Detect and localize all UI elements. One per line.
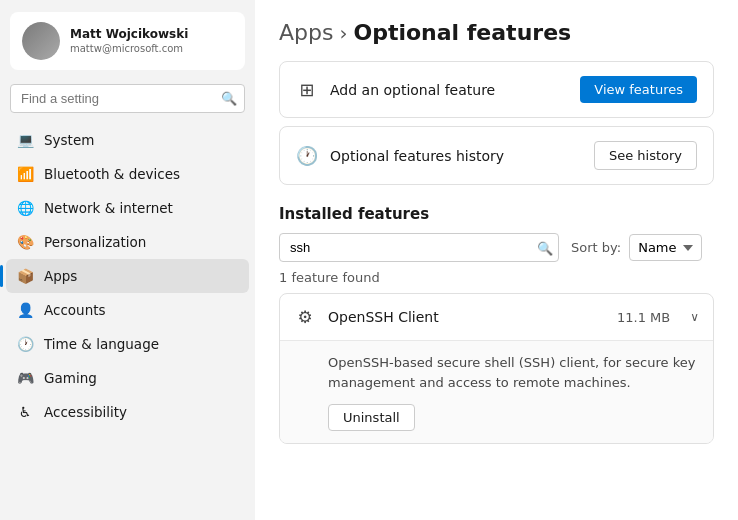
feature-item-openssh: ⚙ OpenSSH Client 11.1 MB ∨ OpenSSH-based… (279, 293, 714, 444)
settings-search-icon[interactable]: 🔍 (221, 91, 237, 106)
sidebar-item-personalization[interactable]: 🎨 Personalization (6, 225, 249, 259)
main-content: Apps › Optional features ⊞ Add an option… (255, 0, 738, 520)
feature-search-input[interactable] (279, 233, 559, 262)
sort-label: Sort by: (571, 240, 621, 255)
breadcrumb-parent: Apps (279, 20, 333, 45)
sidebar-item-label: Accounts (44, 302, 106, 318)
feature-cards: ⊞ Add an optional feature View features … (279, 61, 714, 185)
sidebar-item-label: Gaming (44, 370, 97, 386)
sidebar-item-label: System (44, 132, 94, 148)
personalization-icon: 🎨 (16, 233, 34, 251)
breadcrumb-current: Optional features (353, 20, 571, 45)
add-feature-label: Add an optional feature (330, 82, 495, 98)
feature-item-header[interactable]: ⚙ OpenSSH Client 11.1 MB ∨ (280, 294, 713, 340)
openssh-icon: ⚙ (294, 306, 316, 328)
sidebar-item-label: Accessibility (44, 404, 127, 420)
sidebar-item-time[interactable]: 🕐 Time & language (6, 327, 249, 361)
sort-row: Sort by: NameSize (571, 234, 702, 261)
bluetooth-icon: 📶 (16, 165, 34, 183)
gaming-icon: 🎮 (16, 369, 34, 387)
breadcrumb: Apps › Optional features (279, 20, 714, 45)
user-info: Matt Wojcikowski mattw@microsoft.com (70, 27, 188, 56)
sidebar-item-accounts[interactable]: 👤 Accounts (6, 293, 249, 327)
history-icon: 🕐 (296, 145, 318, 167)
nav-list: 💻 System 📶 Bluetooth & devices 🌐 Network… (0, 121, 255, 520)
settings-search-input[interactable] (10, 84, 245, 113)
feature-search-wrap: 🔍 (279, 233, 559, 262)
sidebar-item-gaming[interactable]: 🎮 Gaming (6, 361, 249, 395)
add-feature-icon: ⊞ (296, 79, 318, 101)
openssh-uninstall-button[interactable]: Uninstall (328, 404, 415, 431)
feature-search-icon[interactable]: 🔍 (537, 240, 553, 255)
features-list: ⚙ OpenSSH Client 11.1 MB ∨ OpenSSH-based… (279, 293, 714, 444)
accounts-icon: 👤 (16, 301, 34, 319)
user-email: mattw@microsoft.com (70, 42, 188, 55)
feature-item-details: OpenSSH-based secure shell (SSH) client,… (280, 340, 713, 443)
sidebar-item-label: Bluetooth & devices (44, 166, 180, 182)
sidebar-item-label: Network & internet (44, 200, 173, 216)
installed-section: Installed features 🔍 Sort by: NameSize 1… (279, 205, 714, 444)
sidebar-item-label: Apps (44, 268, 77, 284)
user-name: Matt Wojcikowski (70, 27, 188, 43)
sort-select[interactable]: NameSize (629, 234, 702, 261)
sidebar-item-label: Personalization (44, 234, 146, 250)
sidebar-item-system[interactable]: 💻 System (6, 123, 249, 157)
accessibility-icon: ♿ (16, 403, 34, 421)
settings-search-bar[interactable]: 🔍 (10, 84, 245, 113)
history-label: Optional features history (330, 148, 504, 164)
installed-title: Installed features (279, 205, 714, 223)
avatar (22, 22, 60, 60)
sidebar: Matt Wojcikowski mattw@microsoft.com 🔍 💻… (0, 0, 255, 520)
network-icon: 🌐 (16, 199, 34, 217)
time-icon: 🕐 (16, 335, 34, 353)
feature-card-left: ⊞ Add an optional feature (296, 79, 495, 101)
history-button[interactable]: See history (594, 141, 697, 170)
openssh-description: OpenSSH-based secure shell (SSH) client,… (328, 353, 699, 392)
sidebar-item-bluetooth[interactable]: 📶 Bluetooth & devices (6, 157, 249, 191)
feature-card-history: 🕐 Optional features history See history (279, 126, 714, 185)
sidebar-item-label: Time & language (44, 336, 159, 352)
feature-card-add-feature: ⊞ Add an optional feature View features (279, 61, 714, 118)
system-icon: 💻 (16, 131, 34, 149)
search-filter-row: 🔍 Sort by: NameSize (279, 233, 714, 262)
apps-icon: 📦 (16, 267, 34, 285)
result-count: 1 feature found (279, 270, 714, 285)
sidebar-item-apps[interactable]: 📦 Apps (6, 259, 249, 293)
add-feature-button[interactable]: View features (580, 76, 697, 103)
breadcrumb-separator: › (339, 21, 347, 45)
user-card[interactable]: Matt Wojcikowski mattw@microsoft.com (10, 12, 245, 70)
openssh-name: OpenSSH Client (328, 309, 605, 325)
feature-card-left: 🕐 Optional features history (296, 145, 504, 167)
openssh-chevron-icon: ∨ (690, 310, 699, 324)
openssh-size: 11.1 MB (617, 310, 670, 325)
sidebar-item-accessibility[interactable]: ♿ Accessibility (6, 395, 249, 429)
sidebar-item-network[interactable]: 🌐 Network & internet (6, 191, 249, 225)
